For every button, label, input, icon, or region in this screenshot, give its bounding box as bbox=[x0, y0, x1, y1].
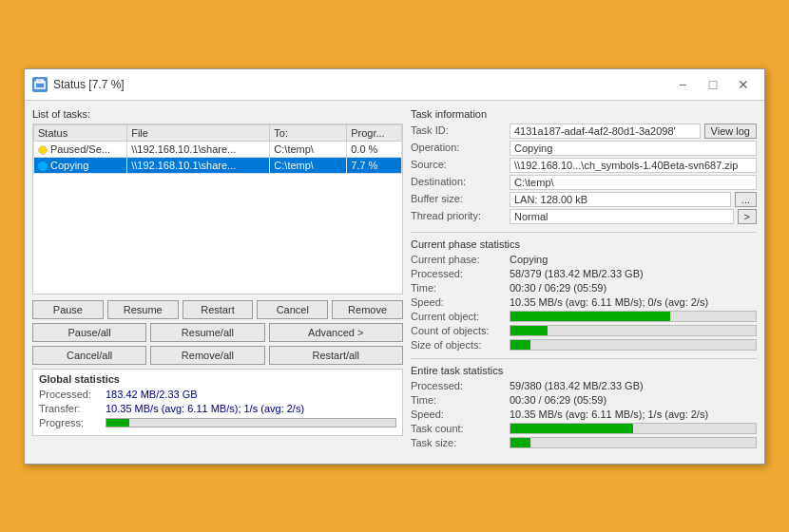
row-to: C:\temp\ bbox=[270, 141, 347, 157]
size-fill bbox=[510, 340, 530, 350]
buttons-row2: Pause/all Resume/all Advanced > bbox=[32, 323, 403, 342]
thread-label: Thread priority: bbox=[411, 209, 506, 224]
resume-all-button[interactable]: Resume/all bbox=[150, 323, 264, 342]
current-object-label: Current object: bbox=[411, 311, 506, 322]
buffer-label: Buffer size: bbox=[411, 192, 506, 207]
col-status: Status bbox=[34, 124, 127, 141]
task-id-label: Task ID: bbox=[411, 124, 506, 139]
row-status: Paused/Se... bbox=[34, 141, 127, 157]
buttons-row3: Cancel/all Remove/all Restart/all bbox=[32, 346, 403, 365]
buttons-row1: Pause Resume Restart Cancel Remove bbox=[32, 300, 403, 319]
entire-time-value: 00:30 / 06:29 (05:59) bbox=[510, 394, 757, 406]
thread-row: Normal > bbox=[510, 209, 757, 224]
table-row[interactable]: Paused/Se... \\192.168.10.1\share... C:\… bbox=[34, 141, 402, 157]
maximize-button[interactable]: □ bbox=[700, 75, 726, 94]
entire-processed-value: 59/380 (183.42 MB/2.33 GB) bbox=[510, 380, 757, 391]
tasks-label: List of tasks: bbox=[32, 108, 403, 120]
count-fill bbox=[510, 326, 548, 335]
row-progress: 7.7 % bbox=[347, 157, 402, 173]
left-panel: List of tasks: Status File To: Progr... bbox=[32, 108, 403, 456]
app-icon bbox=[32, 77, 48, 92]
buffer-row: LAN: 128.00 kB ... bbox=[510, 192, 757, 207]
global-transfer-label: Transfer: bbox=[39, 403, 106, 414]
current-object-bar bbox=[510, 311, 757, 322]
restart-button[interactable]: Restart bbox=[183, 300, 254, 319]
title-controls: − □ ✕ bbox=[669, 75, 757, 94]
source-label: Source: bbox=[411, 158, 506, 173]
global-processed-value: 183.42 MB/2.33 GB bbox=[106, 389, 198, 400]
divider1 bbox=[411, 232, 757, 233]
row-file: \\192.168.10.1\share... bbox=[127, 157, 270, 173]
destination-row: C:\temp\ bbox=[510, 175, 757, 190]
current-phase-value: Copying bbox=[510, 254, 757, 265]
phase-time-value: 00:30 / 06:29 (05:59) bbox=[510, 282, 757, 294]
phase-stats-section: Current phase statistics Current phase: … bbox=[411, 238, 757, 351]
view-log-button[interactable]: View log bbox=[704, 124, 757, 139]
pause-button[interactable]: Pause bbox=[32, 300, 104, 319]
entire-processed-label: Processed: bbox=[411, 380, 506, 391]
task-table-container[interactable]: Status File To: Progr... Paused/Se... \\… bbox=[32, 124, 403, 294]
col-file: File bbox=[127, 124, 270, 141]
operation-row: Copying bbox=[510, 141, 757, 156]
destination-value: C:\temp\ bbox=[510, 175, 757, 190]
row-progress: 0.0 % bbox=[347, 141, 402, 157]
global-progress-fill bbox=[106, 419, 129, 427]
entire-speed-label: Speed: bbox=[411, 408, 506, 420]
task-size-fill bbox=[510, 438, 530, 447]
advanced-button[interactable]: Advanced > bbox=[269, 323, 404, 342]
size-label: Size of objects: bbox=[411, 339, 506, 351]
row-file: \\192.168.10.1\share... bbox=[127, 141, 270, 157]
phase-speed-label: Speed: bbox=[411, 296, 506, 308]
global-stats: Global statistics Processed: 183.42 MB/2… bbox=[32, 369, 403, 436]
destination-label: Destination: bbox=[411, 175, 506, 190]
entire-stats-grid: Processed: 59/380 (183.42 MB/2.33 GB) Ti… bbox=[411, 380, 757, 448]
phase-processed-value: 58/379 (183.42 MB/2.33 GB) bbox=[510, 268, 757, 279]
operation-label: Operation: bbox=[411, 141, 506, 156]
cancel-button[interactable]: Cancel bbox=[257, 300, 328, 319]
right-panel: Task information Task ID: 4131a187-adaf-… bbox=[411, 108, 757, 456]
task-count-label: Task count: bbox=[411, 423, 506, 434]
thread-value: Normal bbox=[510, 209, 734, 224]
remove-all-button[interactable]: Remove/all bbox=[150, 346, 264, 365]
phase-processed-label: Processed: bbox=[411, 268, 506, 279]
thread-btn[interactable]: > bbox=[738, 209, 757, 224]
buffer-value: LAN: 128.00 kB bbox=[510, 192, 731, 207]
minimize-button[interactable]: − bbox=[669, 75, 696, 94]
title-bar: Status [7.7 %] − □ ✕ bbox=[25, 69, 764, 101]
operation-value: Copying bbox=[510, 141, 757, 156]
global-progress-bar bbox=[106, 418, 396, 428]
resume-button[interactable]: Resume bbox=[107, 300, 179, 319]
remove-button[interactable]: Remove bbox=[332, 300, 403, 319]
source-row: \\192.168.10...\ch_symbols-1.40Beta-svn6… bbox=[510, 158, 757, 173]
pause-all-button[interactable]: Pause/all bbox=[32, 323, 146, 342]
status-dot-paused bbox=[38, 145, 48, 155]
size-bar bbox=[510, 339, 757, 351]
phase-stats-grid: Current phase: Copying Processed: 58/379… bbox=[411, 254, 757, 351]
cancel-all-button[interactable]: Cancel/all bbox=[32, 346, 146, 365]
buffer-btn[interactable]: ... bbox=[735, 192, 757, 207]
task-size-label: Task size: bbox=[411, 437, 506, 448]
task-table: Status File To: Progr... Paused/Se... \\… bbox=[33, 124, 402, 174]
global-processed-label: Processed: bbox=[39, 389, 106, 400]
window-title: Status [7.7 %] bbox=[53, 78, 125, 91]
table-row[interactable]: Copying \\192.168.10.1\share... C:\temp\… bbox=[34, 157, 402, 173]
close-button[interactable]: ✕ bbox=[730, 75, 757, 94]
task-info-header: Task information bbox=[411, 108, 757, 120]
current-phase-label: Current phase: bbox=[411, 254, 506, 265]
row-to: C:\temp\ bbox=[270, 157, 347, 173]
global-progress-label: Progress: bbox=[39, 417, 106, 428]
task-info-section: Task information Task ID: 4131a187-adaf-… bbox=[411, 108, 757, 224]
task-count-bar bbox=[510, 423, 757, 434]
count-label: Count of objects: bbox=[411, 325, 506, 336]
current-object-fill bbox=[510, 312, 670, 321]
status-dot-copying bbox=[38, 162, 48, 171]
entire-stats-header: Entire task statistics bbox=[411, 365, 757, 376]
col-progress: Progr... bbox=[347, 124, 402, 141]
global-stats-title: Global statistics bbox=[39, 373, 396, 385]
divider2 bbox=[411, 358, 757, 359]
entire-stats-section: Entire task statistics Processed: 59/380… bbox=[411, 365, 757, 448]
phase-stats-header: Current phase statistics bbox=[411, 238, 757, 250]
global-progress-row: Progress: bbox=[39, 417, 396, 428]
restart-all-button[interactable]: Restart/all bbox=[269, 346, 404, 365]
main-window: Status [7.7 %] − □ ✕ List of tasks: Stat… bbox=[24, 68, 765, 465]
